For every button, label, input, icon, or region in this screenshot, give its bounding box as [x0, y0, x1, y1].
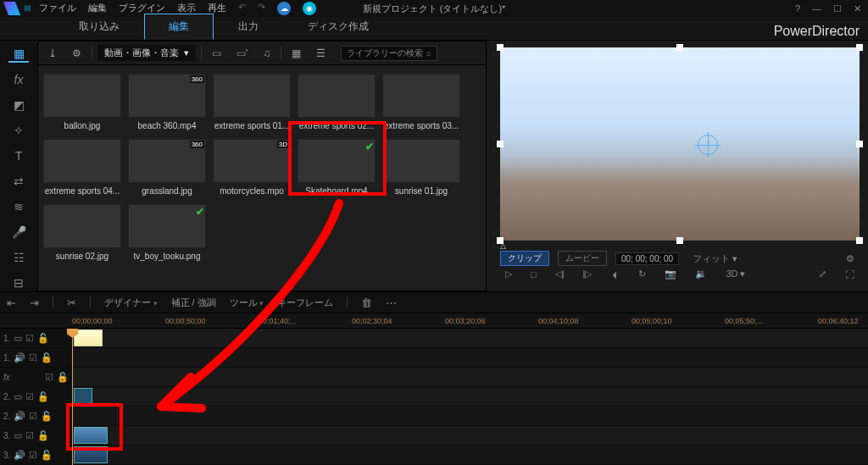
sort-icon[interactable]: ☰ [311, 46, 331, 61]
track-visible-icon[interactable]: ☑ [25, 333, 34, 344]
trash-icon[interactable]: 🗑 [361, 296, 372, 309]
fullscreen-icon[interactable]: ⛶ [840, 268, 860, 280]
track-visible-icon[interactable]: ☑ [29, 450, 37, 461]
preview-settings-icon[interactable]: ⚙ [841, 252, 860, 265]
track-lock-icon[interactable]: 🔓 [57, 372, 69, 383]
track-lock-icon[interactable]: 🔓 [37, 333, 49, 344]
tab-capture[interactable]: 取り込み [54, 14, 144, 40]
crosshair-icon[interactable] [698, 135, 718, 155]
help-icon[interactable]: ? [792, 3, 804, 14]
tab-output[interactable]: 出力 [214, 14, 283, 40]
preview-panel: △ クリップ ムービー 00; 00; 00; 00 フィット ▾ ⚙ ▷ □ … [487, 41, 868, 291]
library-search[interactable]: ライブラリーの検索⌕ [341, 46, 437, 61]
timeline-clip[interactable] [74, 329, 103, 346]
preview-viewport[interactable] [500, 47, 860, 241]
media-item[interactable]: 3Dmotorcycles.mpo [213, 139, 291, 196]
resize-handle[interactable] [856, 141, 863, 147]
track-visible-icon[interactable]: ☑ [29, 352, 37, 363]
designer-dropdown[interactable]: デザイナー [104, 296, 158, 309]
preview-image [500, 47, 860, 241]
track-video-1: 1.▭☑🔓 [0, 329, 868, 348]
3d-toggle[interactable]: 3D ▾ [721, 268, 750, 280]
tab-disc[interactable]: ディスク作成 [283, 14, 393, 40]
playhead-marker-icon[interactable]: △ [500, 241, 506, 250]
view-mode-icon[interactable]: ▦ [287, 46, 306, 61]
media-item[interactable]: sunrise 02.jpg [43, 204, 121, 261]
seg-movie[interactable]: ムービー [558, 251, 607, 266]
rail-transition-icon[interactable]: ⇄ [8, 173, 29, 190]
media-item[interactable]: ✔Skateboard.mp4 [298, 139, 376, 196]
track-visible-icon[interactable]: ☑ [25, 391, 34, 402]
media-item[interactable]: extreme sports 01... [213, 74, 291, 130]
media-filter-dropdown[interactable]: 動画・画像・音楽▾ [97, 45, 196, 61]
rail-media-icon[interactable]: ▦ [8, 46, 29, 63]
media-item[interactable]: ✔tv_boy_tooku.png [128, 204, 206, 261]
more-icon[interactable]: ⋯ [386, 296, 397, 309]
track-visible-icon[interactable]: ☑ [45, 372, 53, 383]
resize-handle[interactable] [497, 44, 504, 51]
fix-enhance-button[interactable]: 補正 / 強調 [171, 296, 216, 309]
close-icon[interactable]: ✕ [850, 3, 865, 14]
puzzle-icon[interactable]: ⚙ [67, 46, 86, 61]
track-lock-icon[interactable]: 🔓 [41, 411, 53, 422]
track-visible-icon[interactable]: ☑ [29, 411, 37, 422]
track-visible-icon[interactable]: ☑ [25, 430, 34, 441]
resize-handle[interactable] [676, 44, 683, 51]
timeline-ruler[interactable]: 00;00;00;00 00;00;50;00 00;01;40;... 00;… [0, 313, 868, 329]
media-item[interactable]: extreme sports 03... [382, 74, 460, 130]
tab-edit[interactable]: 編集 [144, 14, 214, 40]
timeline-clip[interactable] [74, 446, 108, 463]
snapshot-icon[interactable]: 📷 [659, 268, 682, 280]
media-item[interactable]: extreme sports 04... [43, 139, 121, 196]
maximize-icon[interactable]: ☐ [830, 3, 845, 14]
track-video-2: 2.▭☑🔓 [0, 387, 868, 407]
fit-dropdown[interactable]: フィット ▾ [687, 252, 743, 266]
media-item[interactable]: ballon.jpg [43, 74, 121, 130]
media-item[interactable]: sunrise 01.jpg [382, 139, 460, 196]
timeline-clip[interactable] [74, 427, 108, 444]
seg-clip[interactable]: クリップ [500, 251, 549, 266]
minimize-icon[interactable]: — [809, 3, 825, 14]
undock-icon[interactable]: ⤢ [814, 268, 832, 280]
rail-fx-icon[interactable]: fx [8, 71, 29, 88]
loop-icon[interactable]: ↻ [633, 268, 651, 280]
track-lock-icon[interactable]: 🔓 [41, 450, 53, 461]
filter-video-icon[interactable]: ▭' [231, 46, 253, 61]
play-icon[interactable]: ▷ [500, 268, 517, 280]
rail-pip-icon[interactable]: ◩ [8, 97, 29, 113]
rail-audio-icon[interactable]: ≋ [8, 198, 29, 215]
step-back-icon[interactable]: ⏴ [605, 268, 625, 280]
filter-audio-icon[interactable]: ♫ [258, 46, 275, 61]
split-left-icon[interactable]: ⇤ [7, 296, 16, 309]
rail-subtitle-icon[interactable]: ⊟ [8, 274, 29, 291]
keyframe-button[interactable]: キーフレーム [277, 296, 333, 309]
media-item[interactable]: 360grassland.jpg [128, 139, 206, 196]
rail-title-icon[interactable]: T [8, 147, 29, 164]
split-right-icon[interactable]: ⇥ [30, 296, 39, 309]
rail-voice-icon[interactable]: 🎤 [8, 224, 29, 241]
track-fx: fx☑🔓 [0, 368, 868, 387]
playhead[interactable] [72, 329, 73, 465]
stop-icon[interactable]: □ [526, 268, 542, 280]
prev-frame-icon[interactable]: ◁| [550, 268, 570, 280]
filter-image-icon[interactable]: ▭ [207, 46, 226, 61]
rail-particle-icon[interactable]: ✧ [8, 122, 29, 139]
track-video-icon: ▭ [14, 391, 22, 402]
preview-timecode[interactable]: 00; 00; 00; 00 [615, 252, 679, 265]
resize-handle[interactable] [856, 44, 863, 51]
track-lock-icon[interactable]: 🔓 [37, 391, 49, 402]
import-icon[interactable]: ⤓ [43, 46, 62, 61]
resize-handle[interactable] [497, 141, 504, 147]
media-item[interactable]: 360beach 360.mp4 [128, 74, 206, 130]
track-lock-icon[interactable]: 🔓 [37, 430, 49, 441]
search-icon: ⌕ [426, 48, 431, 58]
media-item[interactable]: extreme sports 02... [298, 74, 376, 130]
next-frame-icon[interactable]: |▷ [578, 268, 598, 280]
track-lock-icon[interactable]: 🔓 [41, 352, 53, 363]
volume-icon[interactable]: 🔉 [690, 268, 712, 280]
timeline-clip[interactable] [74, 388, 92, 405]
rail-chapter-icon[interactable]: ☷ [8, 249, 29, 266]
cut-icon[interactable]: ✂ [67, 296, 76, 309]
timeline-toolbar: ⇤ ⇥ ✂ デザイナー 補正 / 強調 ツール キーフレーム 🗑 ⋯ [0, 291, 868, 313]
tool-dropdown[interactable]: ツール [230, 296, 264, 309]
